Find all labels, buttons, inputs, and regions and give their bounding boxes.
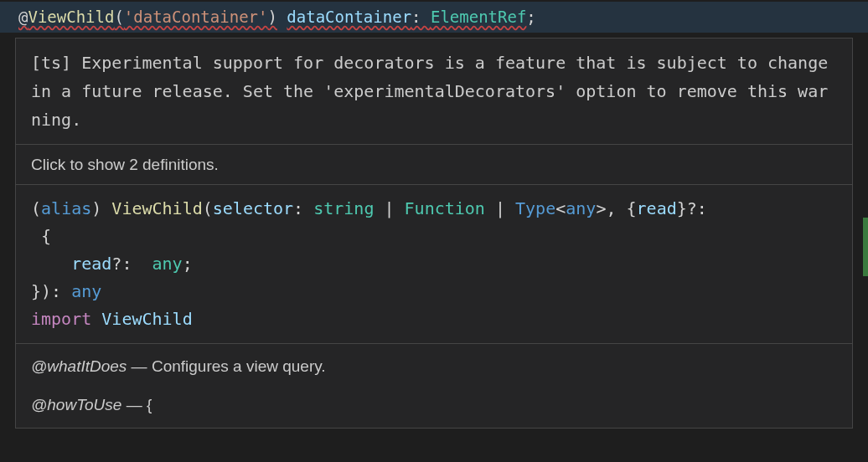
- overview-ruler-marker: [863, 218, 868, 276]
- sig-read2: read: [71, 254, 111, 274]
- sig-q2: ?: [111, 254, 121, 274]
- sig-call-lparen: (: [203, 198, 213, 218]
- doc-howtouse: @howToUse — {: [31, 393, 837, 418]
- hover-popup: [ts] Experimental support for decorators…: [15, 38, 853, 429]
- paren-open: (: [114, 8, 123, 26]
- sig-colon4: :: [51, 281, 71, 301]
- sig-colon3: :: [121, 254, 152, 274]
- sig-any2: any: [152, 254, 183, 274]
- doc-dash1: —: [127, 357, 152, 375]
- sig-nl1: [31, 226, 41, 246]
- colon: :: [411, 8, 431, 26]
- sig-colon2: :: [697, 198, 707, 218]
- code-line[interactable]: @ViewChild('dataContainer') dataContaine…: [0, 2, 868, 33]
- sig-any3: any: [71, 281, 101, 301]
- sig-alias: alias: [41, 198, 91, 218]
- space: [277, 8, 287, 26]
- sig-pipe2: |: [485, 198, 515, 218]
- hover-doc-section: @whatItDoes — Configures a view query. @…: [16, 344, 852, 429]
- sig-rbrace2: }: [31, 281, 41, 301]
- sig-space: [91, 309, 101, 329]
- sig-rparen: ): [91, 198, 111, 218]
- doc-dash2: —: [121, 396, 147, 413]
- sig-q: ?: [687, 198, 697, 218]
- sig-comma: ,: [606, 198, 626, 218]
- paren-close: ): [267, 8, 276, 26]
- sig-name: ViewChild: [111, 198, 202, 218]
- identifier: dataContainer: [287, 8, 411, 26]
- doc-whatitdoes: @whatItDoes — Configures a view query.: [31, 354, 837, 379]
- sig-lparen: (: [31, 198, 41, 218]
- sig-rbrace: }: [677, 198, 687, 218]
- sig-rparen2: ): [41, 281, 51, 301]
- decorator-name: ViewChild: [28, 8, 114, 26]
- sig-lbrace: {: [627, 198, 637, 218]
- sig-colon1: :: [293, 198, 313, 218]
- warning-text: [ts] Experimental support for decorators…: [31, 49, 837, 134]
- doc-whatitdoes-text: Configures a view query.: [152, 357, 326, 375]
- doc-howtouse-text: {: [147, 396, 152, 413]
- sig-semi-inner: ;: [183, 254, 193, 274]
- sig-type-kw: Type: [515, 198, 555, 218]
- doc-tag-whatitdoes: @whatItDoes: [31, 357, 127, 375]
- hover-signature-section: (alias) ViewChild(selector: string | Fun…: [16, 185, 852, 344]
- sig-import-name: ViewChild: [101, 309, 192, 329]
- type-name: ElementRef: [431, 8, 526, 26]
- signature-block: (alias) ViewChild(selector: string | Fun…: [31, 195, 837, 333]
- sig-read: read: [637, 198, 677, 218]
- hover-warning-section: [ts] Experimental support for decorators…: [16, 38, 852, 145]
- sig-string-type: string: [313, 198, 374, 218]
- sig-selector: selector: [213, 198, 293, 218]
- sig-any1: any: [566, 198, 596, 218]
- decorator-at: @: [18, 8, 28, 26]
- sig-nl2: [31, 254, 71, 274]
- definitions-link[interactable]: Click to show 2 definitions.: [31, 156, 219, 173]
- sig-lbrace2: {: [41, 226, 51, 246]
- editor-area: @ViewChild('dataContainer') dataContaine…: [0, 0, 868, 429]
- string-literal: 'dataContainer': [124, 8, 268, 26]
- sig-import-kw: import: [31, 309, 91, 329]
- sig-gt: >: [596, 198, 606, 218]
- doc-tag-howtouse: @howToUse: [31, 396, 121, 413]
- hover-definitions-section: Click to show 2 definitions.: [16, 145, 852, 185]
- sig-function-type: Function: [405, 198, 485, 218]
- semicolon: ;: [526, 8, 535, 26]
- sig-lt: <: [555, 198, 566, 218]
- sig-pipe1: |: [374, 198, 404, 218]
